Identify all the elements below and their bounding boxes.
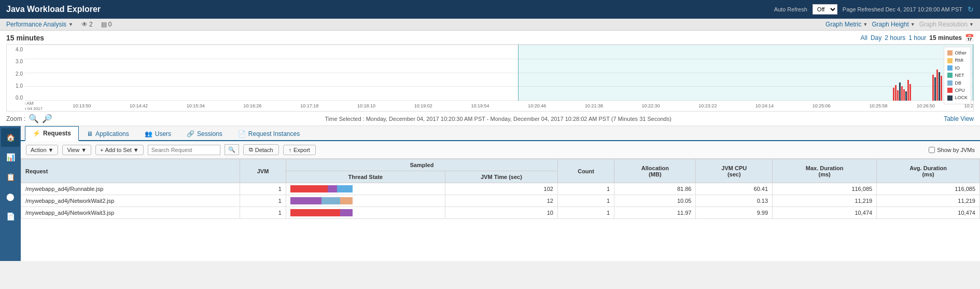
show-by-jvms-checkbox[interactable] (929, 147, 935, 153)
tb-other-2 (340, 197, 353, 204)
td-cpu-1: 60.41 (696, 183, 773, 195)
td-count-3: 1 (557, 207, 614, 219)
sidebar-item-circle[interactable]: ⬤ (1, 187, 20, 206)
td-request-1: /mywebapp_ad4j/Runnable.jsp (21, 183, 240, 195)
add-to-set-arrow: ▼ (133, 147, 139, 153)
x-label-9: 10:20:46 (528, 103, 546, 108)
calendar-icon[interactable]: 📅 (965, 34, 974, 42)
th-jvm-time: JVM Time (sec) (445, 171, 557, 183)
td-jvm-time-2: 12 (445, 195, 557, 207)
y-label-0: 0.0 (7, 95, 23, 101)
legend-color-db (947, 80, 953, 86)
tab-applications-icon: 🖥 (87, 130, 93, 137)
x-label-13: 10:24:14 (755, 103, 774, 108)
auto-refresh-select[interactable]: Off 30s 1m (813, 4, 837, 15)
legend-io: IO (947, 64, 968, 72)
bar-group-2 (932, 70, 942, 101)
time-nav-2hours[interactable]: 2 hours (885, 34, 905, 42)
tab-applications[interactable]: 🖥 Applications (79, 126, 137, 141)
x-label-10: 10:21:38 (585, 103, 603, 108)
zoom-out-icon[interactable]: 🔎 (42, 114, 52, 123)
bar (939, 72, 940, 101)
x-label-12: 10:23:22 (698, 103, 717, 108)
sidebar-item-list[interactable]: 📋 (1, 168, 20, 186)
time-nav-day[interactable]: Day (871, 34, 881, 42)
search-input[interactable] (148, 145, 220, 155)
th-allocation: Allocation(MB) (614, 159, 696, 183)
show-by-jvms-label: Show by JVMs (937, 147, 975, 153)
export-button[interactable]: ↑ Export (283, 145, 316, 155)
thread-bar-3 (290, 209, 353, 216)
tab-requests[interactable]: ⚡ Requests (25, 126, 79, 141)
view-label: View (67, 147, 79, 153)
time-selected-text: Time Selected : Monday, December 04, 201… (325, 116, 671, 122)
tab-sessions[interactable]: 🔗 Sessions (179, 126, 230, 141)
time-nav-1hour[interactable]: 1 hour (908, 34, 926, 42)
bar (934, 77, 936, 101)
legend-color-rmi (947, 58, 953, 63)
chart-container: 4.0 3.0 2.0 1.0 0.0 (6, 44, 974, 112)
table-view-link[interactable]: Table View (944, 115, 974, 122)
auto-refresh-label: Auto Refresh (774, 6, 807, 12)
x-label-11: 10:22:30 (642, 103, 660, 108)
graph-metric-button[interactable]: Graph Metric ▼ (825, 21, 867, 28)
sidebar-item-home[interactable]: 🏠 (1, 128, 20, 147)
zoom-in-icon[interactable]: 🔍 (29, 114, 39, 123)
td-avgdur-3: 10,474 (877, 207, 980, 219)
tab-request-instances[interactable]: 📄 Request Instances (230, 126, 307, 141)
badge-count-1: 2 (89, 21, 93, 28)
tab-sessions-label: Sessions (197, 130, 222, 137)
graph-resolution-label: Graph Resolution (919, 21, 968, 28)
graph-title: 15 minutes (6, 34, 44, 42)
perf-analysis-label: Performance Analysis (6, 21, 66, 28)
action-label: Action (31, 147, 47, 153)
performance-analysis-dropdown[interactable]: Performance Analysis ▼ (6, 21, 73, 28)
legend-color-lock (947, 95, 953, 101)
detach-label: Detach (255, 147, 273, 153)
tab-users[interactable]: 👥 Users (137, 126, 179, 141)
x-label-8: 10:19:54 (471, 103, 489, 108)
bar (895, 85, 897, 101)
badge-filters[interactable]: ▤ 0 (101, 21, 112, 28)
graph-height-button[interactable]: Graph Height ▼ (872, 21, 915, 28)
tab-request-instances-icon: 📄 (238, 130, 246, 137)
badge-count-2: 0 (108, 21, 112, 28)
tab-sessions-icon: 🔗 (187, 130, 194, 137)
add-to-set-button[interactable]: + Add to Set ▼ (95, 145, 144, 155)
legend-label-cpu: CPU (955, 87, 964, 94)
eye-icon: 👁 (81, 21, 88, 28)
detach-button[interactable]: ⧉ Detach (243, 144, 279, 155)
sidebar-item-doc[interactable]: 📄 (1, 207, 20, 226)
th-avg-duration: Avg. Duration(ms) (877, 159, 980, 183)
legend-label-other: Other (955, 49, 967, 57)
legend-color-other (947, 50, 953, 56)
sidebar-item-chart[interactable]: 📊 (1, 148, 20, 167)
toolbar-bar: Performance Analysis ▼ 👁 2 ▤ 0 Graph Met… (0, 19, 980, 31)
x-label-1: 10:13:50 (73, 103, 91, 108)
legend-color-io (947, 65, 953, 71)
legend-db: DB (947, 79, 968, 87)
bar (907, 80, 909, 101)
thread-bar-1 (290, 185, 353, 192)
bars-area (25, 45, 973, 101)
x-label-0: 10:12:58 AMDecember 04 2017 (25, 101, 43, 111)
td-jvm-time-1: 102 (445, 183, 557, 195)
bar (899, 82, 901, 101)
td-request-3: /mywebapp_ad4j/NetworkWait3.jsp (21, 207, 240, 219)
time-nav-15min[interactable]: 15 minutes (929, 34, 962, 42)
bar (909, 84, 911, 101)
badge-views[interactable]: 👁 2 (81, 21, 93, 28)
action-arrow: ▼ (48, 147, 54, 153)
legend-label-io: IO (955, 64, 960, 72)
tab-request-instances-label: Request Instances (248, 130, 300, 137)
graph-title-row: 15 minutes All Day 2 hours 1 hour 15 min… (0, 31, 980, 44)
time-nav-all[interactable]: All (861, 34, 867, 42)
legend-rmi: RMI (947, 57, 968, 64)
action-dropdown[interactable]: Action ▼ (26, 145, 58, 155)
view-dropdown[interactable]: View ▼ (62, 145, 91, 155)
graph-resolution-button[interactable]: Graph Resolution ▼ (919, 21, 974, 28)
search-button[interactable]: 🔍 (225, 144, 239, 155)
graph-resolution-arrow: ▼ (969, 22, 974, 27)
toolbar-left: Performance Analysis ▼ 👁 2 ▤ 0 (6, 21, 111, 28)
refresh-icon[interactable]: ↻ (968, 5, 974, 13)
